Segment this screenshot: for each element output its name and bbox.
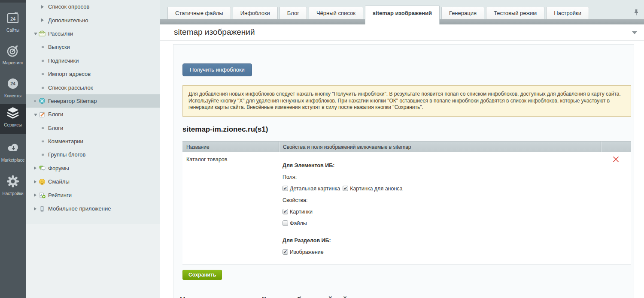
rail-item-marketplace[interactable]: Marketplace xyxy=(0,139,26,163)
info-notice: Для добавления новых инфоблоков следует … xyxy=(182,85,631,117)
sidebar-item-issues[interactable]: Выпуски xyxy=(26,40,160,54)
services-icon xyxy=(6,106,20,120)
clients-icon: 24 xyxy=(6,77,20,90)
bitrix-admin-window: 24 Сайты Маркетинг 24 xyxy=(0,0,644,298)
row-actions xyxy=(601,152,631,264)
chevron-right-icon xyxy=(34,193,36,197)
chevron-right-icon xyxy=(34,166,36,170)
settings-gear-icon xyxy=(6,175,20,188)
tab-infoblocks[interactable]: Инфоблоки xyxy=(233,7,278,19)
chevron-right-icon xyxy=(34,180,36,184)
sidebar-item-mobile-app[interactable]: Мобильное приложение xyxy=(26,202,160,215)
sidebar-item-blog-groups[interactable]: Группы блогов xyxy=(26,148,160,161)
page-title: sitemap изображений xyxy=(174,27,255,37)
sidebar-item-comments[interactable]: Комментарии xyxy=(26,135,160,148)
chevron-right-icon xyxy=(41,18,44,22)
icon-rail: 24 Сайты Маркетинг 24 xyxy=(0,0,26,298)
marketplace-icon xyxy=(6,141,20,155)
collapse-caret-icon[interactable] xyxy=(632,31,637,34)
tab-blog[interactable]: Блог xyxy=(279,7,307,19)
sidebar-item-address-import[interactable]: Импорт адресов xyxy=(26,67,160,81)
site-heading: sitemap-im.zionec.ru(s1) xyxy=(182,125,634,134)
checkbox-pictures[interactable]: Картинки xyxy=(283,209,313,215)
sidebar-item-mailing-lists[interactable]: Список рассылок xyxy=(26,81,160,94)
fields-checkbox-row: Детальная картинкаКартинка для анонса xyxy=(283,183,601,195)
sidebar-item-blogs[interactable]: Блоги xyxy=(26,121,160,135)
rail-item-marketing[interactable]: Маркетинг xyxy=(0,42,26,65)
pin-icon[interactable] xyxy=(632,9,640,18)
checkbox-detail-picture[interactable]: Детальная картинка xyxy=(283,186,340,192)
tab-static-files[interactable]: Статичные файлы xyxy=(167,7,231,19)
tab-generation[interactable]: Генерация xyxy=(441,7,484,19)
checkbox[interactable] xyxy=(283,209,288,214)
bullet-icon xyxy=(42,46,44,48)
get-infoblocks-button[interactable]: Получить инфоблоки xyxy=(182,63,252,76)
chevron-right-icon xyxy=(34,207,36,211)
sidebar-item-ratings[interactable]: Рейтинги xyxy=(26,188,160,202)
prop-checkbox-row: Картинки xyxy=(283,206,601,218)
marketing-icon xyxy=(6,44,20,57)
ratings-icon xyxy=(39,192,46,199)
rail-item-sites[interactable]: 24 Сайты xyxy=(0,9,26,33)
sidebar-item-additional[interactable]: Дополнительно xyxy=(26,13,160,27)
next-section-clipped: Название Карта изображений сайта xyxy=(173,295,634,298)
tab-test-mode[interactable]: Тестовый режим xyxy=(486,7,544,19)
sidebar-item-survey-list[interactable]: Список опросов xyxy=(26,0,160,13)
rail-top-strip xyxy=(0,0,26,3)
settings-panel: Получить инфоблоки Для добавления новых … xyxy=(173,44,634,298)
svg-text:24: 24 xyxy=(10,81,15,86)
sidebar-footer-area xyxy=(26,224,160,298)
properties-label: Свойства: xyxy=(283,195,601,206)
main-area: Статичные файлы Инфоблоки Блог Чёрный сп… xyxy=(160,0,644,298)
chevron-down-icon xyxy=(34,33,37,35)
tab-settings[interactable]: Настройки xyxy=(546,7,589,19)
rail-item-clients[interactable]: 24 Клиенты xyxy=(0,75,26,98)
elements-heading: Для Элементов ИБ: xyxy=(283,160,601,172)
chevron-down-icon xyxy=(34,114,37,116)
tab-sitemap-images[interactable]: sitemap изображений xyxy=(365,6,440,24)
sidebar-item-smileys[interactable]: Смайлы xyxy=(26,175,160,188)
tabs: Статичные файлы Инфоблоки Блог Чёрный сп… xyxy=(167,0,589,24)
checkbox-files[interactable]: Файлы xyxy=(283,220,307,226)
checkbox[interactable] xyxy=(343,186,348,191)
bullet-icon xyxy=(42,154,44,156)
spacer xyxy=(283,229,601,235)
sites-icon: 24 xyxy=(6,11,20,25)
tab-bar: Статичные файлы Инфоблоки Блог Чёрный сп… xyxy=(160,0,644,24)
checkbox[interactable] xyxy=(283,186,288,191)
fields-label: Поля: xyxy=(283,172,601,183)
checkbox-image[interactable]: Изображение xyxy=(283,249,324,255)
column-header-name: Название xyxy=(182,141,279,152)
sitemap-compass-icon xyxy=(39,97,46,104)
delete-row-icon[interactable] xyxy=(612,156,620,165)
table-row: Каталог товаров Для Элементов ИБ: Поля: … xyxy=(182,152,631,265)
infoblock-settings: Для Элементов ИБ: Поля: Детальная картин… xyxy=(279,152,601,264)
sidebar-item-blogs-group[interactable]: Блоги xyxy=(26,108,160,121)
tab-blacklist[interactable]: Чёрный список xyxy=(309,7,363,19)
column-header-properties: Свойства и поля изображений включаемые в… xyxy=(279,141,601,152)
blog-icon xyxy=(39,111,46,118)
rail-item-services[interactable]: Сервисы xyxy=(0,104,26,134)
sections-heading: Для Разделов ИБ: xyxy=(283,235,601,247)
column-header-actions xyxy=(601,141,631,152)
sidebar-item-sitemap-generator[interactable]: Генератор Sitemap xyxy=(26,94,160,108)
rail-item-settings[interactable]: Настройки xyxy=(0,173,26,196)
prop-checkbox-row: Файлы xyxy=(283,218,601,229)
checkbox-preview-picture[interactable]: Картинка для анонса xyxy=(343,186,402,192)
sidebar-item-forums[interactable]: Форумы xyxy=(26,162,160,175)
bullet-icon xyxy=(34,100,36,102)
bullet-icon xyxy=(42,60,44,62)
sidebar-item-subscribers[interactable]: Подписчики xyxy=(26,54,160,67)
sidebar-menu: Список опросов Дополнительно Рассылки xyxy=(26,0,160,215)
svg-text:24: 24 xyxy=(10,16,16,21)
infoblocks-table: Название Свойства и поля изображений вкл… xyxy=(182,141,631,265)
infoblock-name: Каталог товаров xyxy=(182,152,279,264)
mobile-icon xyxy=(39,205,46,212)
clipped-heading-right: Карта изображений сайта xyxy=(262,295,355,298)
checkbox[interactable] xyxy=(283,220,288,226)
chevron-right-icon xyxy=(41,5,44,9)
sidebar-item-newsletters[interactable]: Рассылки xyxy=(26,27,160,40)
bullet-icon xyxy=(42,87,44,89)
save-button[interactable]: Сохранить xyxy=(182,270,222,280)
checkbox[interactable] xyxy=(283,249,288,255)
